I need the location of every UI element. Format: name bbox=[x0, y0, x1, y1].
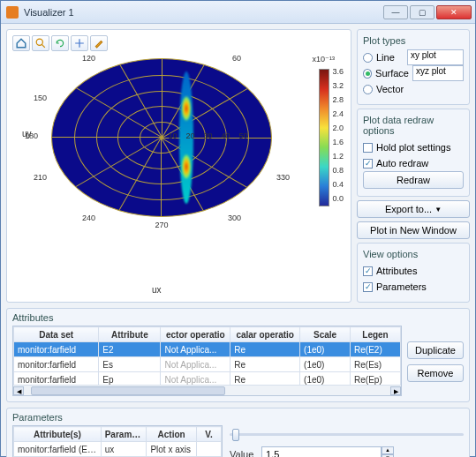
redraw-group: Plot data redraw options Hold plot setti… bbox=[357, 109, 470, 197]
value-input[interactable] bbox=[261, 446, 382, 457]
attributes-section: Attributes Data setAttributeector operat… bbox=[6, 308, 470, 402]
polar-plot: 60 90 120 150 180 210 240 270 300 330 10… bbox=[51, 58, 272, 217]
line-combo[interactable]: xy plot bbox=[407, 49, 464, 65]
new-window-button[interactable]: Plot in New Window bbox=[357, 221, 470, 239]
table-row[interactable]: monitor:farfieldEsNot Applica...Re(1e0)R… bbox=[14, 357, 401, 372]
colorbar-exponent: x10⁻¹³ bbox=[312, 55, 335, 64]
titlebar[interactable]: Visualizer 1 — ▢ ✕ bbox=[1, 1, 475, 24]
col-header[interactable]: V. bbox=[196, 427, 221, 442]
side-pane: Plot types Line xy plot Surface xyz plot… bbox=[357, 29, 470, 303]
minimize-button[interactable]: — bbox=[383, 5, 408, 19]
col-header[interactable]: Parameter bbox=[101, 427, 147, 442]
line-radio[interactable] bbox=[363, 53, 373, 63]
svg-line-1 bbox=[42, 44, 45, 48]
hold-label: Hold plot settings bbox=[376, 142, 450, 153]
plot-pane: x10⁻¹³ bbox=[6, 29, 351, 303]
col-header[interactable]: Scale bbox=[300, 327, 351, 342]
home-icon[interactable] bbox=[12, 35, 30, 51]
col-header[interactable]: Attribute(s) bbox=[14, 427, 102, 442]
hold-checkbox[interactable] bbox=[363, 143, 373, 153]
value-slider[interactable] bbox=[230, 427, 464, 441]
auto-redraw-label: Auto redraw bbox=[376, 158, 428, 169]
pan-icon[interactable] bbox=[71, 35, 88, 51]
vector-radio[interactable] bbox=[363, 85, 373, 94]
scroll-thumb[interactable] bbox=[31, 386, 225, 395]
parameters-checkbox[interactable] bbox=[363, 282, 373, 292]
scroll-right-icon[interactable]: ▶ bbox=[390, 386, 401, 395]
view-title: View options bbox=[363, 249, 464, 259]
parameters-table-wrap[interactable]: Attribute(s)ParameterActionV. monitor:fa… bbox=[12, 425, 223, 457]
col-header[interactable]: Data set bbox=[14, 327, 99, 342]
col-header[interactable]: Action bbox=[147, 427, 196, 442]
close-button[interactable]: ✕ bbox=[436, 5, 472, 19]
attr-hscroll[interactable]: ◀ ▶ bbox=[13, 385, 401, 395]
table-row[interactable]: monitor:farfield (E2), ...uxPlot x axis bbox=[14, 442, 222, 457]
auto-redraw-checkbox[interactable] bbox=[363, 159, 373, 169]
parameters-title: Parameters bbox=[12, 412, 464, 423]
parameters-label: Parameters bbox=[376, 281, 427, 292]
app-window: Visualizer 1 — ▢ ✕ x10⁻¹³ bbox=[0, 0, 476, 457]
redraw-button[interactable]: Redraw bbox=[363, 171, 464, 189]
attributes-table-wrap[interactable]: Data setAttributeector operatiocalar ope… bbox=[12, 326, 402, 396]
plot-types-title: Plot types bbox=[363, 35, 464, 46]
view-options-group: View options Attributes Parameters bbox=[357, 243, 470, 303]
col-header[interactable]: Legen bbox=[351, 327, 401, 342]
attributes-label: Attributes bbox=[376, 266, 417, 276]
col-header[interactable]: calar operatio bbox=[230, 327, 300, 342]
plot-area[interactable]: x10⁻¹³ bbox=[19, 53, 344, 293]
colorbar bbox=[319, 69, 329, 206]
duplicate-button[interactable]: Duplicate bbox=[407, 341, 464, 359]
parameters-section: Parameters Attribute(s)ParameterActionV.… bbox=[6, 408, 470, 457]
value-label: Value bbox=[230, 449, 256, 457]
surface-combo[interactable]: xyz plot bbox=[412, 65, 464, 81]
app-icon bbox=[6, 6, 19, 19]
attributes-checkbox[interactable] bbox=[363, 266, 373, 276]
line-label: Line bbox=[376, 52, 404, 63]
export-button[interactable]: Export to... ▼ bbox=[357, 200, 470, 218]
zoom-icon[interactable] bbox=[32, 35, 49, 51]
surface-label: Surface bbox=[375, 68, 409, 79]
value-up-icon[interactable]: ▲ bbox=[382, 446, 394, 454]
window-title: Visualizer 1 bbox=[24, 7, 382, 18]
col-header[interactable]: ector operatio bbox=[161, 327, 230, 342]
parameters-table: Attribute(s)ParameterActionV. monitor:fa… bbox=[13, 426, 222, 457]
reset-icon[interactable] bbox=[51, 35, 69, 51]
attributes-table: Data setAttributeector operatiocalar ope… bbox=[13, 326, 401, 387]
vector-label: Vector bbox=[376, 84, 464, 94]
attributes-title: Attributes bbox=[12, 312, 464, 323]
col-header[interactable]: Attribute bbox=[99, 327, 161, 342]
surface-radio[interactable] bbox=[363, 69, 372, 79]
remove-button[interactable]: Remove bbox=[407, 364, 464, 382]
maximize-button[interactable]: ▢ bbox=[410, 5, 434, 19]
plot-types-group: Plot types Line xy plot Surface xyz plot… bbox=[357, 29, 470, 105]
scroll-left-icon[interactable]: ◀ bbox=[13, 386, 24, 395]
parameter-editor: Value ▲ ▼ Index 1 bbox=[230, 425, 464, 457]
x-axis-label: ux bbox=[152, 285, 162, 295]
y-axis-label: uy bbox=[22, 129, 32, 139]
table-row[interactable]: monitor:farfieldE2Not Applica...Re(1e0)R… bbox=[14, 342, 401, 357]
dropdown-icon: ▼ bbox=[434, 206, 442, 214]
redraw-title: Plot data redraw options bbox=[363, 115, 464, 136]
plot-toolbar bbox=[11, 34, 347, 53]
edit-icon[interactable] bbox=[90, 35, 108, 51]
